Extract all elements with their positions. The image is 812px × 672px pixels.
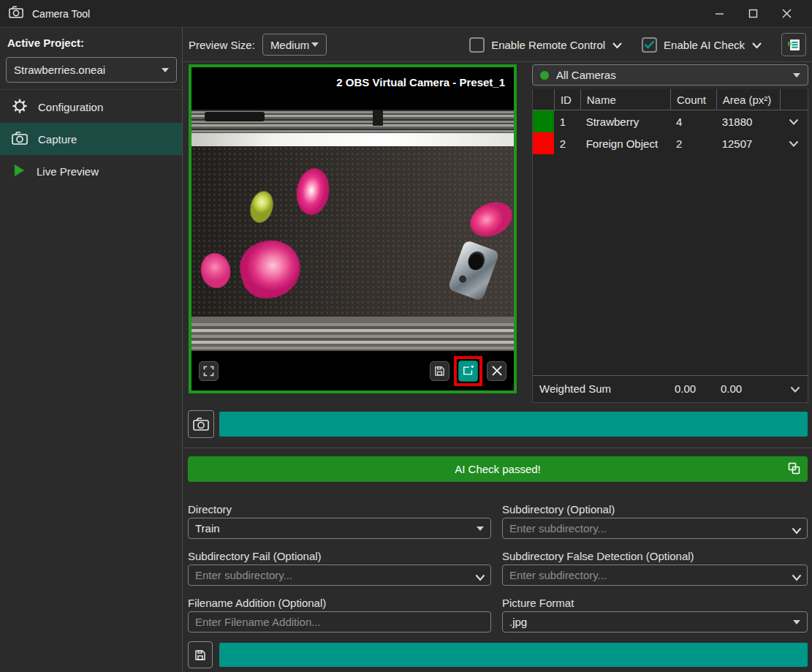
save-progress-fill (219, 643, 808, 667)
sidebar-divider (0, 89, 182, 90)
detection-table: ID Name Count Area (px²) 1 Strawberry 4 … (532, 89, 808, 403)
subdirectory-input[interactable] (502, 518, 808, 539)
weighted-sum-count: 0.00 (675, 382, 696, 395)
weighted-sum-label: Weighted Sum (539, 382, 611, 395)
filename-addition-input[interactable] (188, 611, 491, 633)
remote-control-checkbox[interactable] (469, 37, 485, 53)
subdirectory-false-detection-label: Subdirectory False Detection (Optional) (502, 550, 808, 562)
preview-size-select[interactable]: Medium (262, 34, 327, 56)
weighted-sum-area: 0.00 (721, 382, 742, 395)
count-column-header: Count (670, 89, 716, 110)
row-expand-button[interactable] (780, 110, 808, 132)
picture-format-select[interactable]: .jpg (502, 611, 808, 633)
preview-title: 2 OBS Virtual Camera - Preset_1 (336, 76, 505, 88)
conveyor-rail-bottom (191, 323, 514, 351)
table-row: 2 Foreign Object 2 12507 (533, 132, 808, 154)
preview-controls (191, 351, 514, 390)
name-column-header: Name (580, 89, 670, 110)
gear-icon (12, 98, 28, 116)
app-window: Camera Tool Active Project: Strawberries… (0, 0, 812, 672)
id-column-header: ID (554, 89, 580, 110)
ai-check-status-button[interactable]: AI Check passed! (188, 456, 808, 482)
filename-addition-label: Filename Addition (Optional) (188, 597, 491, 609)
class-area: 12507 (716, 132, 781, 154)
app-camera-icon (9, 6, 23, 21)
fit-view-button[interactable] (199, 361, 219, 381)
sidebar-item-capture[interactable]: Capture (0, 123, 182, 155)
close-button[interactable] (770, 1, 803, 27)
dropdown-arrow-icon (793, 73, 800, 78)
section-divider (183, 448, 812, 448)
conveyor-edge-bottom (191, 317, 514, 323)
row-expand-button[interactable] (780, 132, 808, 154)
preview-size-value: Medium (270, 39, 309, 51)
sidebar: Active Project: Strawberries.oneai (0, 28, 183, 672)
capture-frame-button[interactable] (458, 360, 478, 382)
sidebar-item-label: Capture (38, 133, 77, 146)
minimize-button[interactable] (702, 1, 736, 27)
picture-format-value: .jpg (509, 616, 527, 628)
color-column-header (533, 89, 554, 110)
subdirectory-fail-label: Subdirectory Fail (Optional) (188, 550, 491, 562)
conveyor-rail-top (191, 110, 514, 133)
annotation-highlight (454, 356, 482, 386)
chevron-down-icon[interactable] (751, 39, 762, 51)
preview-controls-right (430, 356, 506, 386)
save-progress-bar (219, 643, 808, 667)
directory-value: Train (195, 522, 220, 535)
sidebar-nav: Configuration Capture Live Preview (0, 91, 182, 187)
ai-check-checkbox[interactable] (642, 37, 657, 53)
maximize-button[interactable] (736, 1, 770, 27)
conveyor-edge-highlight (191, 133, 514, 146)
titlebar: Camera Tool (0, 0, 812, 28)
project-select[interactable]: Strawberries.oneai (6, 57, 177, 83)
camera-status-dot (540, 71, 549, 80)
capture-progress-fill (219, 412, 808, 437)
save-frame-button[interactable] (430, 361, 449, 381)
class-count: 4 (670, 110, 716, 132)
save-button[interactable] (188, 641, 213, 668)
camera-filter-select[interactable]: All Cameras (532, 64, 808, 86)
copy-icon[interactable] (788, 462, 800, 477)
dropdown-arrow-icon (793, 620, 800, 624)
window-title: Camera Tool (32, 8, 90, 20)
capture-button[interactable] (188, 410, 214, 438)
class-count: 2 (670, 132, 716, 154)
row-expand-button[interactable] (790, 382, 800, 395)
weighted-sum-row: Weighted Sum 0.00 0.00 (533, 375, 808, 402)
capture-progress-bar (219, 412, 808, 437)
chevron-down-icon[interactable] (612, 39, 623, 51)
ai-check-status-text: AI Check passed! (455, 463, 541, 475)
camera-feed-image (191, 110, 514, 351)
close-preview-button[interactable] (487, 361, 506, 381)
active-project-label: Active Project: (7, 37, 84, 49)
picture-format-label: Picture Format (502, 597, 808, 609)
main-content: Preview Size: Medium Enable Remote Contr… (183, 28, 812, 672)
window-controls (702, 1, 803, 27)
class-color-swatch (533, 110, 554, 132)
class-id: 2 (554, 132, 580, 154)
subdirectory-fail-input[interactable] (188, 565, 491, 586)
sidebar-item-configuration[interactable]: Configuration (0, 91, 182, 123)
class-id: 1 (554, 110, 580, 132)
detection-panel: All Cameras ID Name Count Area (px²) 1 S… (532, 64, 808, 86)
directory-label: Directory (188, 503, 491, 516)
sidebar-item-label: Configuration (38, 101, 103, 113)
subdirectory-false-detection-input[interactable] (502, 565, 808, 586)
sidebar-item-label: Live Preview (37, 165, 99, 178)
ai-check-label: Enable AI Check (664, 39, 745, 51)
remote-control-label: Enable Remote Control (491, 39, 605, 51)
topbar-options: Enable Remote Control Enable AI Check (469, 33, 806, 56)
dropdown-arrow-icon (162, 68, 169, 72)
dropdown-arrow-icon (311, 42, 319, 47)
class-area: 31880 (716, 110, 781, 132)
report-button[interactable] (781, 33, 806, 56)
sidebar-item-live-preview[interactable]: Live Preview (0, 155, 182, 187)
main-topbar: Preview Size: Medium Enable Remote Contr… (183, 28, 812, 62)
play-icon (12, 163, 26, 180)
preview-size-label: Preview Size: (189, 39, 255, 51)
detection-table-header: ID Name Count Area (px²) (533, 89, 808, 110)
directory-select[interactable]: Train (188, 518, 491, 539)
camera-icon (12, 132, 28, 147)
project-select-value: Strawberries.oneai (14, 64, 105, 76)
